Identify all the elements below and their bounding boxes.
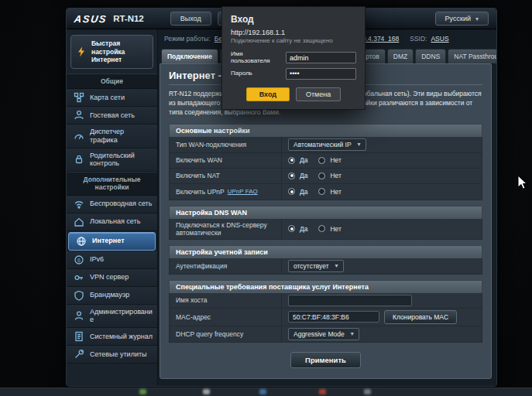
clone-mac-button[interactable]: Клонировать MAC xyxy=(384,310,457,324)
sidebar-section-general: Общие xyxy=(67,73,157,89)
sidebar-item-firewall[interactable]: Брандмауэр xyxy=(67,287,157,305)
globe-icon xyxy=(76,236,87,247)
enable-upnp-label: Включить UPnP UPnP FAQ xyxy=(170,184,282,200)
sidebar-item-label: Сетевые утилиты xyxy=(90,350,147,359)
taskbar-blur-dot xyxy=(364,389,371,394)
dialog-title: Вход xyxy=(231,14,356,25)
wan-type-select[interactable]: Автоматический IP ▾ xyxy=(288,138,366,151)
radio-yes[interactable] xyxy=(288,172,295,179)
radio-no[interactable] xyxy=(318,225,325,232)
cancel-button[interactable]: Отмена xyxy=(296,87,341,101)
network-map-icon xyxy=(74,92,84,103)
section-isp-requirements: Специальные требования поставщика услуг … xyxy=(169,280,482,293)
hostname-input[interactable] xyxy=(288,295,412,306)
lock-icon xyxy=(74,154,84,165)
username-input[interactable] xyxy=(286,52,356,63)
upnp-faq-link[interactable]: UPnP FAQ xyxy=(228,188,258,195)
content-panel: Интернет - Подключение RT-N12 поддержива… xyxy=(160,63,492,379)
traffic-manager-icon xyxy=(74,131,84,142)
chevron-down-icon: ▾ xyxy=(358,141,361,148)
radio-no[interactable] xyxy=(318,188,325,195)
person-icon xyxy=(74,310,84,321)
document-icon xyxy=(74,331,84,342)
row-dns-auto: Подключаться к DNS-серверу автоматически… xyxy=(170,219,482,239)
sidebar-item-parental-control[interactable]: Родительский контроль xyxy=(67,148,157,172)
sidebar-item-ipv6[interactable]: 6 IPv6 xyxy=(67,251,157,269)
sidebar-item-label: Диспетчер трафика xyxy=(90,128,153,145)
enable-wan-label: Включить WAN xyxy=(170,153,282,168)
svg-text:6: 6 xyxy=(77,257,81,262)
apply-button[interactable]: Применить xyxy=(290,352,361,368)
row-enable-upnp: Включить UPnP UPnP FAQ Да Нет xyxy=(170,184,482,200)
enable-nat-radio-group: Да Нет xyxy=(282,170,482,181)
taskbar-blur-dot xyxy=(319,389,326,394)
ssid-value[interactable]: ASUS xyxy=(431,35,448,43)
wrench-icon xyxy=(74,349,84,360)
operation-mode-label: Режим работы: xyxy=(164,35,211,43)
sidebar-item-wan[interactable]: Интернет xyxy=(68,232,156,251)
password-input[interactable] xyxy=(286,68,356,80)
chevron-down-icon: ▾ xyxy=(335,262,338,269)
wifi-icon xyxy=(74,199,84,210)
password-label: Пароль xyxy=(231,70,282,77)
tab-nat-passthrough[interactable]: NAT Passthrough xyxy=(448,49,497,63)
sidebar-item-label: Локальная сеть xyxy=(90,217,140,226)
sidebar-item-label: Гостевая сеть xyxy=(90,111,135,120)
sidebar-item-label: Беспроводная сеть xyxy=(90,200,152,208)
sidebar-item-label: Интернет xyxy=(92,237,125,245)
radio-no[interactable] xyxy=(318,172,325,179)
radio-yes-label: Да xyxy=(300,225,307,233)
section-dns-settings: Настройка DNS WAN xyxy=(169,206,482,219)
login-button[interactable]: Вход xyxy=(246,87,290,101)
ipv6-icon: 6 xyxy=(74,254,84,265)
select-value: Aggressive Mode xyxy=(293,330,345,338)
dns-auto-label: Подключаться к DNS-серверу автоматически xyxy=(170,219,282,239)
row-wan-type: Тип WAN-подключения Автоматический IP ▾ xyxy=(170,137,482,153)
authentication-select[interactable]: отсутствует ▾ xyxy=(288,260,344,272)
language-select[interactable]: Русский ▾ xyxy=(435,12,489,26)
tab-internet-connection[interactable]: Подключение xyxy=(161,49,218,63)
mac-address-label: MAC-адрес xyxy=(170,309,282,326)
quick-setup-label: Быстрая настройкаИнтернет xyxy=(91,39,148,64)
mouse-cursor xyxy=(517,175,528,190)
sidebar-item-vpn-server[interactable]: VPN сервер xyxy=(67,269,157,287)
select-value: отсутствует xyxy=(293,262,329,270)
radio-yes[interactable] xyxy=(288,225,295,232)
lightning-icon xyxy=(76,46,87,57)
tab-ddns[interactable]: DDNS xyxy=(415,49,446,63)
radio-yes[interactable] xyxy=(288,157,295,164)
sidebar-item-lan[interactable]: Локальная сеть xyxy=(67,213,157,231)
sidebar-item-label: Карта сети xyxy=(90,94,125,102)
mac-address-input[interactable] xyxy=(288,311,379,323)
sidebar-section-advanced: Дополнительные настройки xyxy=(67,172,157,195)
ssid-label: SSID: xyxy=(410,35,427,43)
taskbar-strip xyxy=(0,387,532,396)
radio-yes-label: Да xyxy=(300,156,307,164)
sidebar-item-system-log[interactable]: Системный журнал xyxy=(67,328,157,346)
quick-setup-button[interactable]: Быстрая настройкаИнтернет xyxy=(70,35,153,69)
section-basic-settings: Основные настройки xyxy=(169,124,482,137)
taskbar-blur-dot xyxy=(139,389,146,394)
radio-no-label: Нет xyxy=(330,188,341,196)
sidebar-item-traffic-manager[interactable]: Диспетчер трафика xyxy=(67,125,157,148)
sidebar-item-network-tools[interactable]: Сетевые утилиты xyxy=(67,346,157,364)
model-name: RT-N12 xyxy=(113,14,144,23)
select-value: Автоматический IP xyxy=(293,141,352,148)
sidebar-item-network-map[interactable]: Карта сети xyxy=(67,89,157,107)
radio-no[interactable] xyxy=(318,157,325,164)
sidebar-item-wireless[interactable]: Беспроводная сеть xyxy=(67,196,157,213)
radio-no-label: Нет xyxy=(330,156,341,164)
chevron-down-icon: ▾ xyxy=(351,330,354,337)
sidebar-item-administration[interactable]: Администрирование xyxy=(67,305,157,329)
radio-yes[interactable] xyxy=(288,188,295,195)
guest-network-icon xyxy=(74,110,84,121)
taskbar-blur-dot xyxy=(203,389,210,394)
dhcp-frequency-select[interactable]: Aggressive Mode ▾ xyxy=(288,328,359,340)
row-mac-address: MAC-адрес Клонировать MAC xyxy=(170,309,482,326)
enable-nat-label: Включить NAT xyxy=(170,169,282,183)
tab-dmz[interactable]: DMZ xyxy=(387,49,414,63)
sidebar-item-label: Администрирование xyxy=(90,308,153,325)
row-dhcp-frequency: DHCP query frequency Aggressive Mode ▾ xyxy=(170,326,482,342)
logout-button[interactable]: Выход xyxy=(170,12,211,26)
sidebar-item-guest-network[interactable]: Гостевая сеть xyxy=(67,107,157,125)
